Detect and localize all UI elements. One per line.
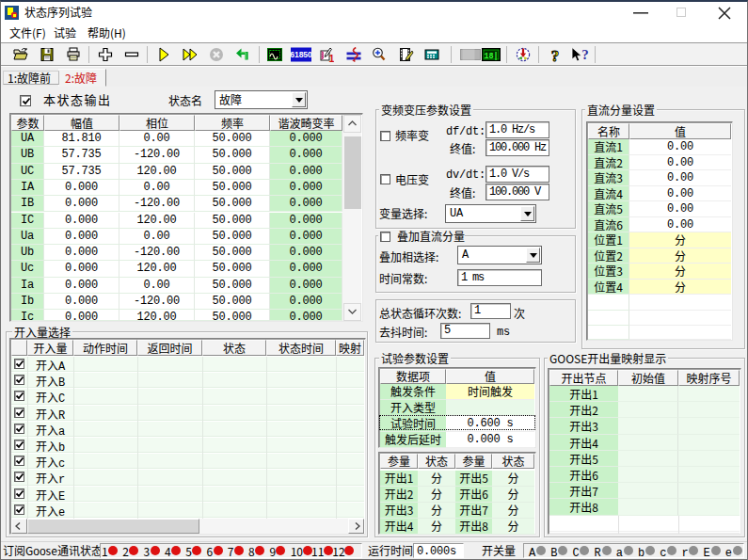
svg-text:18|: 18| xyxy=(484,52,498,61)
svg-text:?: ? xyxy=(581,47,589,62)
svg-text:1: 1 xyxy=(328,53,334,62)
svg-text:?: ? xyxy=(551,47,560,62)
svg-text:61850: 61850 xyxy=(291,50,311,59)
